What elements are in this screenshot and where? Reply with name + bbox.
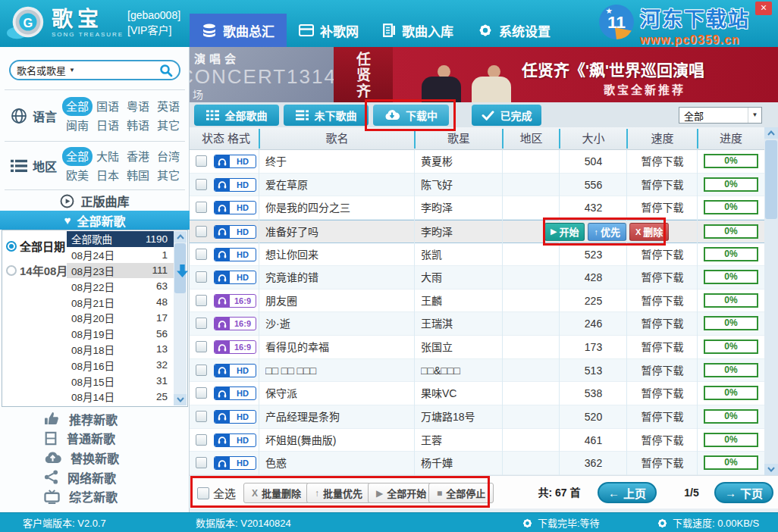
column-header-song[interactable]: 歌名 (259, 127, 415, 150)
licensed-library-link[interactable]: 正版曲库 (0, 191, 190, 211)
language-filter-chip[interactable]: 英语 (153, 97, 184, 116)
row-checkbox[interactable] (196, 226, 207, 237)
nav-tab-supplement[interactable]: 补歌网 (287, 14, 371, 47)
date-row[interactable]: 08月19日 56 (67, 326, 174, 342)
select-all-control[interactable]: 全选 (197, 485, 236, 501)
batch-button[interactable]: ▶ 全部开始 (368, 483, 434, 503)
region-filter-chip[interactable]: 全部 (62, 147, 93, 166)
minimize-button[interactable]: ─ (729, 3, 743, 15)
language-filter-chip[interactable]: 全部 (62, 97, 93, 116)
song-row[interactable]: HD 坏姐姐(舞曲版) 王蓉 461 暂停下载 0% (190, 429, 764, 452)
start-button[interactable]: ▶ 开始 (544, 223, 585, 241)
song-row[interactable]: 16:9 看得见的幸福 张国立 173 暂停下载 0% (190, 336, 764, 359)
column-header-status-format[interactable]: 状态 格式 (193, 127, 259, 150)
date-row[interactable]: 08月15日 31 (67, 373, 174, 389)
language-filter-chip[interactable]: 国语 (93, 97, 123, 116)
date-row[interactable]: 全部歌曲 1190 (67, 231, 174, 247)
row-checkbox[interactable] (196, 434, 207, 446)
region-filter-chip[interactable]: 台湾 (153, 147, 184, 166)
region-filter-chip[interactable]: 其它 (153, 166, 184, 185)
row-checkbox[interactable] (196, 155, 207, 167)
scroll-down-icon[interactable] (174, 394, 187, 405)
filter-dropdown[interactable]: 全部 ▼ (679, 107, 762, 124)
date-row[interactable]: 08月18日 13 (67, 342, 174, 358)
row-checkbox[interactable] (196, 202, 207, 213)
language-filter-chip[interactable]: 闽南 (62, 116, 93, 135)
date-row[interactable]: 08月22日 63 (67, 278, 174, 294)
region-filter-chip[interactable]: 香港 (123, 147, 153, 166)
row-checkbox[interactable] (196, 179, 207, 190)
song-row[interactable]: HD 保守派 果味VC 538 暂停下载 0% (190, 382, 764, 405)
column-header-artist[interactable]: 歌星 (415, 127, 503, 150)
search-category-dropdown[interactable]: 歌名或歌星 (17, 63, 66, 77)
next-page-button[interactable]: → 下页 (714, 482, 773, 503)
row-checkbox[interactable] (196, 249, 207, 260)
column-header-progress[interactable]: 进度 (698, 127, 764, 150)
date-row[interactable]: 08月14日 25 (67, 389, 174, 405)
scroll-up-icon[interactable] (174, 231, 187, 243)
nav-tab-song-import[interactable]: 歌曲入库 (371, 14, 466, 47)
sidebar-item-replacement[interactable]: 替换新歌 (0, 448, 190, 468)
close-button[interactable]: × (755, 2, 772, 15)
radio-all-dates[interactable]: 全部日期 (6, 238, 65, 254)
row-checkbox[interactable] (196, 271, 207, 283)
row-checkbox[interactable] (196, 457, 207, 468)
song-row[interactable]: 16:9 沙·逝 王瑞淇 246 暂停下载 0% (190, 312, 764, 336)
row-checkbox[interactable] (196, 387, 207, 399)
date-row[interactable]: 08月21日 48 (67, 294, 174, 310)
sidebar-item-variety[interactable]: 综艺新歌 (0, 487, 190, 506)
region-filter-chip[interactable]: 韩国 (123, 166, 153, 185)
language-filter-chip[interactable]: 韩语 (123, 116, 153, 135)
date-row[interactable]: 08月20日 17 (67, 310, 174, 326)
row-checkbox[interactable] (196, 341, 207, 352)
prev-page-button[interactable]: ← 上页 (598, 482, 657, 503)
search-input[interactable] (75, 64, 159, 76)
promo-banner[interactable]: 演唱会 CONCERT1314 场 任贤齐 任贤齐《'飙'世界巡回演唱 歌宝全新… (190, 47, 778, 102)
column-header-size[interactable]: 大小 (560, 127, 627, 150)
language-filter-chip[interactable]: 日语 (93, 116, 123, 135)
date-row[interactable]: 08月23日 111 (67, 263, 174, 279)
select-all-checkbox[interactable] (197, 487, 209, 499)
song-row[interactable]: HD 色惑 杨千嬅 362 暂停下载 0% (190, 452, 764, 475)
tab-not-downloaded[interactable]: 未下歌曲 (284, 105, 369, 126)
song-row[interactable]: HD 准备好了吗 李昀泽 ▶ 开始 ↑ 优先 X 删除 0% (190, 220, 764, 243)
song-row[interactable]: HD 产品经理是条狗 万塘路18号 520 暂停下载 0% (190, 405, 764, 429)
tab-completed[interactable]: 已完成 (472, 105, 541, 126)
song-row[interactable]: 16:9 朋友圈 王麟 225 暂停下载 0% (190, 289, 764, 313)
sidebar-item-normal[interactable]: 普通新歌 (0, 429, 190, 449)
delete-button[interactable]: X 删除 (629, 223, 669, 241)
language-filter-chip[interactable]: 其它 (153, 116, 184, 135)
row-checkbox[interactable] (196, 318, 207, 329)
column-header-speed[interactable]: 速度 (627, 127, 698, 150)
batch-button[interactable]: ↑ 批量优先 (306, 483, 371, 503)
sidebar-item-recommended[interactable]: 推荐新歌 (0, 409, 190, 429)
sidebar-item-network[interactable]: 网络新歌 (0, 468, 190, 487)
date-row[interactable]: 08月24日 1 (67, 247, 174, 263)
region-filter-chip[interactable]: 欧美 (62, 166, 93, 185)
radio-month-2014-08[interactable]: 14年08月 (6, 262, 67, 278)
scroll-up-icon[interactable] (764, 127, 778, 139)
nav-tab-settings[interactable]: 系统设置 (466, 14, 563, 47)
region-filter-chip[interactable]: 日本 (93, 166, 123, 185)
tab-all-songs[interactable]: 全部歌曲 (194, 105, 279, 126)
all-new-songs-header[interactable]: ♥ 全部新歌 (0, 211, 190, 230)
song-row[interactable]: HD 爱在草原 陈飞好 556 暂停下载 0% (190, 174, 764, 197)
batch-button[interactable]: X 批量删除 (243, 483, 309, 503)
row-checkbox[interactable] (196, 411, 207, 422)
date-row[interactable]: 08月16日 32 (67, 357, 174, 373)
search-icon[interactable] (159, 64, 173, 77)
table-scrollbar[interactable] (764, 127, 778, 475)
language-filter-chip[interactable]: 粤语 (123, 97, 153, 116)
priority-button[interactable]: ↑ 优先 (588, 223, 626, 241)
song-row[interactable]: HD 你是我的四分之三 李昀泽 432 暂停下载 0% (190, 196, 764, 220)
date-list-scrollbar[interactable] (174, 231, 187, 405)
scroll-down-icon[interactable] (764, 464, 778, 475)
song-row[interactable]: HD 终于 黄夏彬 504 暂停下载 0% (190, 150, 764, 174)
region-filter-chip[interactable]: 大陆 (93, 147, 123, 166)
row-checkbox[interactable] (196, 365, 207, 376)
row-checkbox[interactable] (196, 295, 207, 306)
tab-downloading[interactable]: 下载中 (373, 105, 449, 126)
batch-button[interactable]: ■ 全部停止 (428, 483, 494, 503)
song-row[interactable]: HD □□ □□ □□□ □□&□□□ 513 暂停下载 0% (190, 359, 764, 383)
search-box[interactable]: 歌名或歌星 ▼ (9, 60, 180, 80)
